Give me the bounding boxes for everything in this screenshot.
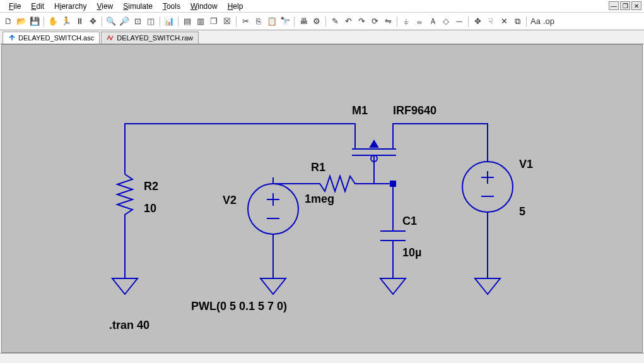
toolbar-place-wire-icon[interactable]: ─ <box>454 16 465 27</box>
toolbar-place-comp-icon[interactable]: ◇ <box>440 16 452 27</box>
toolbar-zoom-fit-icon[interactable]: ⊡ <box>132 16 143 27</box>
mosfet-m1[interactable] <box>352 130 396 184</box>
toolbar-text-icon[interactable]: Aa <box>530 16 541 27</box>
toolbar-run-icon[interactable]: 🏃 <box>61 16 72 27</box>
resistor-r1[interactable] <box>286 176 393 191</box>
toolbar-undo-icon[interactable]: ↶ <box>342 16 354 27</box>
menu-simulate[interactable]: Simulate <box>118 1 158 12</box>
toolbar-tile-v-icon[interactable]: ▥ <box>195 16 206 27</box>
close-button[interactable]: ✕ <box>631 1 641 10</box>
menu-window[interactable]: Window <box>185 1 223 12</box>
toolbar-new-icon[interactable]: 🗋 <box>3 16 14 27</box>
toolbar-drag-icon[interactable]: ☟ <box>485 16 496 27</box>
label-v1-name[interactable]: V1 <box>519 158 533 170</box>
document-tabs: DELAYED_SWITCH.asc DELAYED_SWITCH.raw <box>0 30 644 44</box>
label-v1-value[interactable]: 5 <box>519 205 525 218</box>
toolbar-pencil-icon[interactable]: ✎ <box>329 16 341 27</box>
toolbar-zoom-in-icon[interactable]: 🔍 <box>105 16 117 27</box>
toolbar-place-gnd-icon[interactable]: ⏛ <box>414 16 425 27</box>
resistor-r2[interactable] <box>117 174 132 253</box>
ground-v2[interactable] <box>261 278 286 294</box>
toolbar-find-icon[interactable]: 🔭 <box>279 16 291 27</box>
toolbar-redo-icon[interactable]: ↷ <box>356 16 367 27</box>
label-r2-name[interactable]: R2 <box>144 180 158 193</box>
toolbar-tile-h-icon[interactable]: ▤ <box>182 16 193 27</box>
toolbar-cut-icon[interactable]: ✂ <box>240 16 251 27</box>
toolbar-setup-icon[interactable]: ⚙ <box>311 16 322 27</box>
toolbar-mirror-icon[interactable]: ⇋ <box>382 16 394 27</box>
toolbar-spice-icon[interactable]: .op <box>543 16 554 27</box>
menu-help[interactable]: Help <box>223 1 249 12</box>
toolbar-stop-icon[interactable]: ⏸ <box>74 16 85 27</box>
schematic-canvas[interactable]: M1 IRF9640 R2 10 R1 1meg V2 PWL(0 5 0.1 … <box>1 44 643 353</box>
window-controls: — ❐ ✕ <box>609 1 641 10</box>
toolbar-rotate-icon[interactable]: ⟳ <box>369 16 380 27</box>
toolbar-delete-icon[interactable]: ✕ <box>498 16 510 27</box>
tab-waveform[interactable]: DELAYED_SWITCH.raw <box>101 32 199 44</box>
toolbar-move-icon[interactable]: ✥ <box>472 16 483 27</box>
toolbar-save-icon[interactable]: 💾 <box>29 16 40 27</box>
toolbar-place-net-icon[interactable]: ⏚ <box>401 16 412 27</box>
toolbar-close-win-icon[interactable]: ☒ <box>221 16 233 27</box>
tab-schematic[interactable]: DELAYED_SWITCH.asc <box>3 32 100 44</box>
waveform-icon <box>107 34 114 42</box>
voltage-source-v2[interactable] <box>248 184 298 234</box>
toolbar-copy-icon[interactable]: ⎘ <box>253 16 264 27</box>
capacitor-c1[interactable] <box>380 231 406 241</box>
toolbar-zoom-box-icon[interactable]: ◫ <box>145 16 156 27</box>
tab-label: DELAYED_SWITCH.asc <box>18 34 94 42</box>
ground-v1[interactable] <box>475 278 500 294</box>
label-r1-name[interactable]: R1 <box>311 161 325 174</box>
menu-file[interactable]: FFileile <box>4 1 26 12</box>
ground-c1[interactable] <box>380 278 406 294</box>
label-r2-value[interactable]: 10 <box>144 202 156 215</box>
menu-tools[interactable]: Tools <box>158 1 185 12</box>
voltage-source-v1[interactable] <box>462 162 513 212</box>
ground-r2[interactable] <box>112 278 138 294</box>
schematic-icon <box>8 34 16 42</box>
toolbar-place-label-icon[interactable]: Ａ <box>427 16 438 27</box>
label-r1-value[interactable]: 1meg <box>305 193 334 205</box>
minimize-button[interactable]: — <box>609 1 619 10</box>
schematic-svg: M1 IRF9640 R2 10 R1 1meg V2 PWL(0 5 0.1 … <box>2 45 644 360</box>
label-m1-name[interactable]: M1 <box>352 104 368 117</box>
label-v2-name[interactable]: V2 <box>223 194 237 206</box>
toolbar-open-icon[interactable]: 📂 <box>16 16 27 27</box>
menu-bar: FFileile Edit Hierarchy View Simulate To… <box>0 0 644 13</box>
label-c1-value[interactable]: 10µ <box>402 246 421 259</box>
tab-label: DELAYED_SWITCH.raw <box>117 34 193 42</box>
toolbar-print-icon[interactable]: 🖶 <box>298 16 309 27</box>
wire-source-v1[interactable] <box>393 124 488 162</box>
toolbar-cascade-icon[interactable]: ❐ <box>208 16 220 27</box>
restore-button[interactable]: ❐ <box>620 1 630 10</box>
directive-tran[interactable]: .tran 40 <box>109 319 149 331</box>
toolbar-dup-icon[interactable]: ⧉ <box>512 16 523 27</box>
toolbar-hand-icon[interactable]: ✋ <box>47 16 59 27</box>
label-v2-value[interactable]: PWL(0 5 0.1 5 7 0) <box>191 300 287 312</box>
menu-edit[interactable]: Edit <box>26 1 49 12</box>
toolbar-paste-icon[interactable]: 📋 <box>266 16 278 27</box>
label-m1-model[interactable]: IRF9640 <box>393 104 436 117</box>
menu-view[interactable]: View <box>91 1 118 12</box>
toolbar-pan-icon[interactable]: ✥ <box>87 16 98 27</box>
toolbar-autoscale-icon[interactable]: 📊 <box>163 16 175 27</box>
wire-r1-v2[interactable] <box>273 177 286 184</box>
label-c1-name[interactable]: C1 <box>402 215 417 227</box>
menu-hierarchy[interactable]: Hierarchy <box>49 1 91 12</box>
toolbar-zoom-out-icon[interactable]: 🔎 <box>119 16 130 27</box>
toolbar: 🗋📂💾✋🏃⏸✥🔍🔎⊡◫📊▤▥❐☒✂⎘📋🔭🖶⚙✎↶↷⟳⇋⏚⏛Ａ◇─✥☟✕⧉Aa.o… <box>0 13 644 30</box>
